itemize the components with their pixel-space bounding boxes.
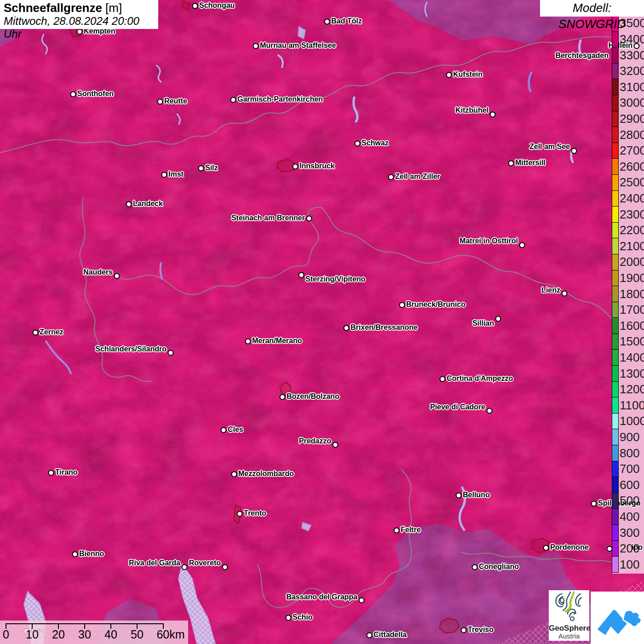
city-dot (286, 615, 292, 621)
colorbar-segment (612, 445, 618, 461)
map-title: Schneefallgrenze [m] (4, 1, 155, 15)
colorbar-segment (612, 541, 618, 557)
colorbar-tick-label: 1100 (620, 398, 644, 412)
city-label: Predazzo (299, 437, 331, 445)
city-dot (388, 174, 394, 180)
colorbar-tick-label: 2600 (620, 159, 644, 173)
city-label: Mittersill (515, 159, 546, 167)
colorbar-segment (612, 366, 618, 382)
colorbar-segment (612, 223, 618, 239)
geosphere-logo-box: GeoSphere Austria (549, 590, 589, 641)
colorbar-segment (612, 414, 618, 430)
scale-bar-label: 30 (78, 628, 91, 641)
colorbar-tick-label: 400 (620, 509, 639, 523)
city-label: Schwaz (362, 139, 389, 147)
city-dot (168, 350, 174, 356)
colorbar-segment (612, 47, 618, 63)
colorbar-tick-label: 3000 (620, 96, 644, 110)
colorbar-tick-label: 1900 (620, 270, 644, 285)
colorbar-segment (612, 207, 618, 223)
city-label: Sonthofen (77, 90, 114, 98)
city-label: Riva del Garda (129, 559, 180, 567)
city-dot (333, 442, 339, 448)
city-label: Mezzolombardo (238, 470, 294, 478)
city-dot (126, 201, 132, 207)
colorbar-segment (612, 32, 618, 48)
scale-bar-label: 60km (156, 628, 184, 641)
city-label: Schio (293, 613, 313, 621)
colorbar-tick-label: 1000 (620, 414, 644, 428)
colorbar-segment (612, 159, 618, 175)
city-dot (280, 394, 286, 400)
city-label: Cortina d'Ampezzo (447, 374, 513, 383)
city-label: Brixen/Bressanone (351, 323, 418, 332)
city-label: Schongau (199, 1, 235, 10)
colorbar-tick-label: 2100 (620, 239, 644, 253)
city-dot (562, 291, 568, 297)
city-label: Cles (228, 426, 243, 434)
title-box: Schneefallgrenze [m] Mittwoch, 28.08.202… (0, 0, 158, 29)
city-dot (253, 43, 259, 49)
colorbar-segment (612, 302, 618, 318)
city-dot (344, 325, 350, 331)
colorbar-tick-label: 2400 (620, 191, 644, 205)
colorbar-segment (612, 143, 618, 159)
colorbar-tick-label: 3100 (620, 80, 644, 94)
city-label: Bienno (79, 550, 104, 558)
colorbar-tick-label: 2700 (620, 144, 644, 158)
city-dot (222, 564, 228, 570)
colorbar-tick-label: 500 (620, 494, 639, 508)
colorbar-tick-label: 2800 (620, 127, 644, 142)
city-dot (198, 166, 204, 172)
city-label: Treviso (468, 626, 494, 634)
colorbar-tick-label: 800 (620, 446, 639, 460)
colorbar-tick-label: 2000 (620, 255, 644, 269)
snowfall-limit-map: SchongauBad TölzKemptenMurnau am Staffel… (0, 0, 644, 644)
colorbar-segment (612, 350, 618, 366)
scale-bar-label: 20 (52, 628, 65, 641)
city-dot (114, 273, 120, 279)
city-label: Innsbruck (299, 162, 334, 170)
title-text: Schneefallgrenze (4, 1, 102, 15)
city-dot (192, 3, 198, 9)
avalanche-logo-box (591, 592, 644, 644)
colorbar-tick-label: 2300 (620, 207, 644, 221)
city-dot (48, 470, 54, 476)
colorbar-segment (612, 493, 618, 509)
city-dot (519, 242, 525, 248)
colorbar-tick-label: 100 (620, 557, 639, 571)
city-dot (490, 112, 496, 118)
scale-bar-label: 40 (104, 628, 117, 641)
city-label: Pieve di Cadore (430, 403, 485, 411)
map-datetime: Mittwoch, 28.08.2024 20:00 Uhr (4, 15, 155, 40)
city-dot (72, 552, 78, 558)
avalanche-logo-icon (593, 596, 641, 640)
city-dot (399, 302, 405, 308)
city-label: Landeck (133, 200, 163, 208)
city-dot (70, 92, 76, 98)
colorbar-segment (612, 175, 618, 191)
city-label: Berchtesgaden (555, 52, 609, 60)
city-label: Kufstein (453, 70, 483, 79)
city-dot (456, 493, 462, 499)
colorbar-tick-label: 3200 (620, 64, 644, 78)
city-dot (33, 330, 39, 336)
city-dot (487, 408, 493, 414)
city-label: Pordenone (550, 543, 589, 552)
colorbar-segment (612, 111, 618, 127)
colorbar-segment (612, 509, 618, 525)
colorbar-tick-label: 900 (620, 430, 639, 444)
city-dot (440, 376, 446, 382)
colorbar-segment (612, 525, 618, 541)
city-dot (182, 564, 188, 570)
city-label: Zell am Ziller (395, 172, 440, 181)
city-label: Conegliano (479, 563, 519, 571)
city-label: Zell am See (529, 143, 570, 151)
city-label: Bad Tölz (331, 17, 362, 25)
city-label: Garmisch-Partenkirchen (237, 95, 323, 104)
city-dot (446, 72, 452, 78)
colorbar-segment (612, 63, 618, 80)
colorbar-tick-label: 2500 (620, 175, 644, 190)
city-dot (543, 545, 549, 551)
city-dot (508, 161, 514, 167)
